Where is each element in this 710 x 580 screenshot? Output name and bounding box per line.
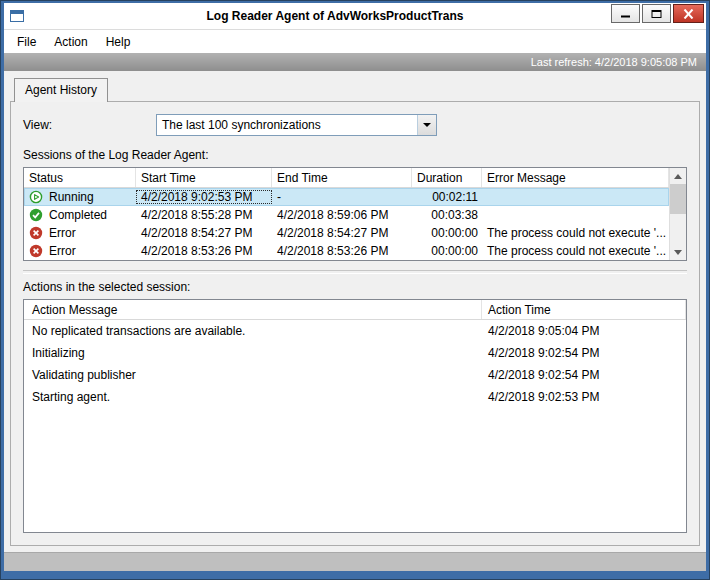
action-row[interactable]: Starting agent. 4/2/2018 9:02:53 PM (24, 386, 686, 408)
scroll-down-button[interactable] (670, 244, 686, 260)
sessions-header-row: Status Start Time End Time Duration Erro… (24, 168, 669, 188)
column-header-status[interactable]: Status (24, 168, 136, 187)
action-row[interactable]: Initializing 4/2/2018 9:02:54 PM (24, 342, 686, 364)
running-icon (29, 190, 43, 204)
status-cell: Completed (24, 208, 136, 222)
menu-file[interactable]: File (8, 32, 45, 52)
action-message-cell: Starting agent. (24, 390, 482, 404)
error-icon (29, 226, 43, 240)
status-cell: Error (24, 244, 136, 258)
window-controls (611, 4, 704, 23)
app-icon (9, 8, 25, 24)
actions-label: Actions in the selected session: (23, 280, 687, 294)
column-header-action-message[interactable]: Action Message (24, 300, 482, 319)
sessions-table-body: Status Start Time End Time Duration Erro… (24, 168, 669, 260)
view-dropdown[interactable]: The last 100 synchronizations (156, 114, 437, 136)
bottom-status-strip (4, 552, 706, 571)
session-row-error-2[interactable]: Error 4/2/2018 8:53:26 PM 4/2/2018 8:53:… (24, 242, 669, 260)
status-text: Error (49, 226, 76, 240)
tab-agent-history[interactable]: Agent History (14, 78, 108, 102)
splitter[interactable] (23, 270, 687, 274)
menu-action[interactable]: Action (45, 32, 96, 52)
action-time-cell: 4/2/2018 9:05:04 PM (482, 324, 686, 338)
duration-cell: 00:02:11 (412, 190, 482, 204)
scroll-down-icon (674, 250, 682, 255)
action-message-cell: Initializing (24, 346, 482, 360)
action-row[interactable]: No replicated transactions are available… (24, 320, 686, 342)
status-cell: Error (24, 226, 136, 240)
menu-help[interactable]: Help (97, 32, 140, 52)
action-message-cell: No replicated transactions are available… (24, 324, 482, 338)
column-header-error-message[interactable]: Error Message (482, 168, 669, 187)
refresh-bar: Last refresh: 4/2/2018 9:05:08 PM (4, 53, 706, 71)
column-header-action-time[interactable]: Action Time (482, 300, 686, 319)
maximize-icon (651, 9, 662, 19)
end-time-cell: 4/2/2018 8:54:27 PM (272, 226, 412, 240)
sessions-table: Status Start Time End Time Duration Erro… (23, 167, 687, 261)
scrollbar-thumb[interactable] (670, 184, 686, 214)
start-time-cell: 4/2/2018 8:53:26 PM (136, 244, 272, 258)
view-dropdown-value: The last 100 synchronizations (157, 115, 417, 135)
end-time-cell: - (272, 190, 412, 204)
client-area: Agent History View: The last 100 synchro… (4, 71, 706, 552)
actions-table: Action Message Action Time No replicated… (23, 299, 687, 533)
action-row[interactable]: Validating publisher 4/2/2018 9:02:54 PM (24, 364, 686, 386)
duration-cell: 00:00:00 (412, 226, 482, 240)
action-time-cell: 4/2/2018 9:02:53 PM (482, 390, 686, 404)
column-header-duration[interactable]: Duration (412, 168, 482, 187)
end-time-cell: 4/2/2018 8:59:06 PM (272, 208, 412, 222)
scrollbar-track[interactable] (670, 184, 686, 244)
start-time-cell: 4/2/2018 8:54:27 PM (136, 226, 272, 240)
last-refresh-text: Last refresh: 4/2/2018 9:05:08 PM (531, 56, 697, 68)
view-label: View: (23, 118, 156, 132)
view-dropdown-button[interactable] (417, 115, 436, 135)
sessions-label: Sessions of the Log Reader Agent: (23, 148, 687, 162)
status-cell: Running (24, 190, 136, 204)
tab-strip: Agent History (10, 77, 700, 101)
column-header-end-time[interactable]: End Time (272, 168, 412, 187)
start-time-cell: 4/2/2018 8:55:28 PM (136, 208, 272, 222)
session-row-error-1[interactable]: Error 4/2/2018 8:54:27 PM 4/2/2018 8:54:… (24, 224, 669, 242)
scroll-up-button[interactable] (670, 168, 686, 184)
close-button[interactable] (673, 4, 704, 23)
session-row-completed[interactable]: Completed 4/2/2018 8:55:28 PM 4/2/2018 8… (24, 206, 669, 224)
start-time-cell: 4/2/2018 9:02:53 PM (136, 190, 272, 204)
scroll-up-icon (674, 174, 682, 179)
view-row: View: The last 100 synchronizations (23, 114, 687, 136)
actions-header-row: Action Message Action Time (24, 300, 686, 320)
completed-icon (29, 208, 43, 222)
window-frame: Log Reader Agent of AdvWorksProductTrans (0, 0, 710, 580)
error-message-cell: The process could not execute '... (482, 244, 669, 258)
agent-history-page: View: The last 100 synchronizations Sess… (10, 101, 700, 546)
window-title: Log Reader Agent of AdvWorksProductTrans (64, 9, 606, 23)
title-bar[interactable]: Log Reader Agent of AdvWorksProductTrans (4, 3, 706, 29)
error-message-cell: The process could not execute '... (482, 226, 669, 240)
session-row-running[interactable]: Running 4/2/2018 9:02:53 PM - 00:02:11 (24, 188, 669, 206)
duration-cell: 00:00:00 (412, 244, 482, 258)
action-message-cell: Validating publisher (24, 368, 482, 382)
maximize-button[interactable] (642, 4, 671, 23)
chevron-down-icon (423, 123, 431, 127)
menu-bar: File Action Help (4, 29, 706, 53)
actions-table-body: Action Message Action Time No replicated… (24, 300, 686, 532)
action-time-cell: 4/2/2018 9:02:54 PM (482, 368, 686, 382)
column-header-start-time[interactable]: Start Time (136, 168, 272, 187)
action-time-cell: 4/2/2018 9:02:54 PM (482, 346, 686, 360)
duration-cell: 00:03:38 (412, 208, 482, 222)
close-icon (683, 9, 694, 19)
status-text: Completed (49, 208, 107, 222)
sessions-scrollbar[interactable] (669, 168, 686, 260)
end-time-cell: 4/2/2018 8:53:26 PM (272, 244, 412, 258)
error-icon (29, 244, 43, 258)
status-text: Running (49, 190, 94, 204)
minimize-button[interactable] (611, 4, 640, 23)
status-text: Error (49, 244, 76, 258)
minimize-icon (620, 9, 631, 19)
